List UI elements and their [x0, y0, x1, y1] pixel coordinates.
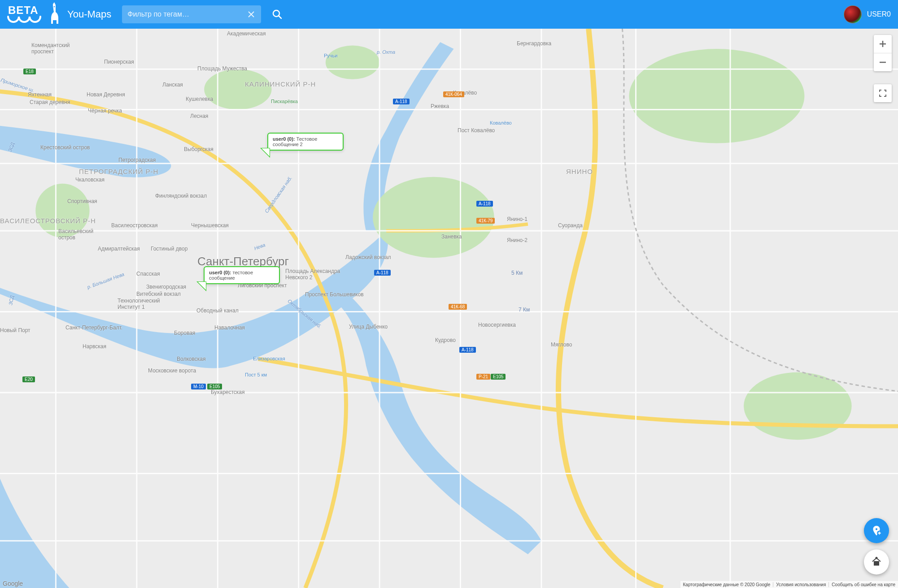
map-terms[interactable]: Условия использования [773, 582, 828, 587]
filter-field[interactable] [122, 5, 261, 23]
app-title: You-Maps [67, 9, 111, 20]
svg-point-7 [744, 372, 852, 440]
clear-icon[interactable] [247, 10, 256, 19]
map-copyright[interactable]: Картографические данные © 2020 Google [680, 582, 773, 587]
app-header: BETA You-Maps USER0 [0, 0, 898, 29]
map-canvas[interactable]: Санкт-Петербург КАЛИНИНСКИЙ Р-НПЕТРОГРАД… [0, 29, 898, 588]
svg-point-5 [204, 69, 271, 109]
map-background [0, 29, 898, 588]
avatar [844, 5, 862, 23]
beta-logo: BETA [7, 3, 57, 26]
message-bubble[interactable]: user0 (0): Тестовое сообщение 2 [267, 133, 344, 151]
minus-icon [879, 58, 887, 66]
user-menu[interactable]: USER0 [844, 5, 891, 23]
search-icon [272, 9, 283, 20]
message-bubble[interactable]: user0 (0): тестовое сообщение [204, 266, 280, 284]
map-footer: Картографические данные © 2020 Google Ус… [680, 581, 898, 588]
svg-point-0 [54, 6, 55, 8]
bubble-tail [196, 281, 206, 291]
home-button[interactable] [864, 549, 889, 575]
bubble-tail [260, 148, 270, 158]
plus-icon [879, 40, 887, 48]
map-report[interactable]: Сообщить об ошибке на карте [828, 582, 898, 587]
svg-point-6 [629, 49, 804, 143]
svg-point-10 [876, 558, 877, 559]
filter-input[interactable] [127, 10, 247, 18]
zoom-in-button[interactable] [874, 35, 892, 53]
search-button[interactable] [268, 5, 286, 23]
zoom-out-button[interactable] [874, 53, 892, 71]
username: USER0 [867, 10, 891, 18]
svg-point-8 [326, 46, 379, 79]
add-pin-icon [871, 525, 882, 536]
svg-point-4 [373, 177, 494, 258]
message-author: user0 (0): [209, 270, 233, 275]
message-author: user0 (0): [273, 136, 296, 142]
beta-text: BETA [8, 4, 39, 17]
home-icon [871, 557, 882, 567]
logo[interactable]: BETA [7, 3, 57, 26]
fullscreen-icon [879, 89, 887, 97]
llama-icon [44, 2, 60, 26]
add-marker-button[interactable] [864, 518, 889, 543]
svg-point-3 [35, 184, 89, 238]
zoom-control [874, 35, 892, 71]
fullscreen-button[interactable] [874, 84, 892, 102]
